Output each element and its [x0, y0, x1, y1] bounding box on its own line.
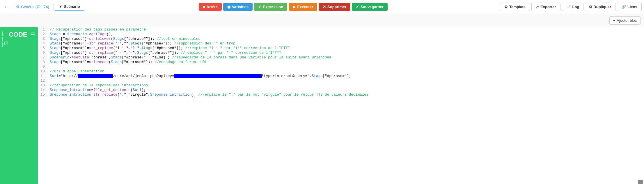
expression-icon: ✔ — [258, 5, 261, 9]
line-number: 9 — [38, 65, 47, 69]
line-number: 2 — [38, 32, 47, 37]
line-code: $tags["#phrase#"]=str_replace('"',"",$ta… — [47, 41, 644, 46]
line-number: 8 — [38, 60, 47, 65]
add-block-label: Ajouter bloc — [617, 18, 637, 23]
table-row: 8$tags["#phrase#"]=urlencode($tags["#phr… — [38, 60, 644, 65]
second-bar: + Ajouter bloc — [0, 14, 644, 27]
add-block-icon: + — [613, 18, 615, 23]
log-icon: 📄 — [566, 5, 571, 9]
table-row: 1// Récupération des tags passés en para… — [38, 27, 644, 32]
template-button[interactable]: ⚙ Template — [500, 3, 530, 11]
line-number: 3 — [38, 37, 47, 41]
liens-button[interactable]: 🔗 Liens — [617, 3, 642, 11]
code-lines: 1// Récupération des tags passés en para… — [38, 27, 644, 97]
line-number: 12 — [38, 78, 47, 83]
line-number: 11 — [38, 74, 47, 78]
log-button[interactable]: 📄 Log — [562, 3, 584, 11]
code-checkbox[interactable]: ☑ — [4, 41, 8, 46]
table-row: 5$tags["#phrase#"]=str_replace("l ' ","l… — [38, 46, 644, 51]
table-row: 9 — [38, 65, 644, 69]
line-code: $tags["#phrase#"]=urlencode($tags["#phra… — [47, 60, 644, 65]
variables-icon: ◉ — [227, 5, 230, 9]
table-row: 12 — [38, 78, 644, 83]
table-row: 4$tags["#phrase#"]=str_replace('"',"",$t… — [38, 41, 644, 46]
table-row: 7$scenario->setData("phrase",$tags["#phr… — [38, 55, 644, 60]
liens-icon: 🔗 — [621, 5, 626, 9]
table-row: 2$tags = $scenario->getTags(); — [38, 32, 644, 37]
sauvegarder-icon: ✔ — [356, 5, 359, 9]
template-icon: ⚙ — [504, 5, 508, 9]
sauvegarder-button[interactable]: ✔ Sauvegarder — [352, 3, 388, 11]
line-number: 5 — [38, 46, 47, 51]
general-tab-icon: ⚙ — [16, 5, 19, 9]
scroll-indicator[interactable]: − — [638, 180, 643, 184]
scenario-filter-icon: ▼ — [59, 4, 63, 9]
line-number: 7 — [38, 55, 47, 60]
general-tab-label: Général (ID : 74) — [21, 5, 49, 9]
table-row: 3$tags["#phrase#"]=strtolower($tags["#ph… — [38, 37, 644, 41]
exporter-button[interactable]: ↗ Exporter — [531, 3, 560, 11]
dupliquer-button[interactable]: ⧉ Dupliquer — [585, 3, 615, 11]
general-tab[interactable]: ⚙ Général (ID : 74) — [12, 3, 54, 11]
actions-bar: ■ Arrêté ◉ Variables ✔ Expression ▶ Exec… — [88, 3, 499, 11]
line-number: 6 — [38, 51, 47, 55]
dupliquer-icon: ⧉ — [589, 5, 592, 9]
line-code: $url="http://████████████████/core/api/j… — [47, 74, 644, 78]
line-code: //url d'appel interaction — [47, 69, 644, 74]
table-row: 10//url d'appel interaction — [38, 69, 644, 74]
line-code: $scenario->setData("phrase",$tags["#phra… — [47, 55, 644, 60]
nav-left: ← ⚙ Général (ID : 74) ▼ Scénario — [2, 3, 84, 11]
line-number: 4 — [38, 41, 47, 46]
code-menu-icon[interactable]: ☰ — [30, 31, 35, 38]
drag-handle[interactable] — [2, 31, 3, 47]
line-code: // Récupération des tags passés en param… — [47, 27, 644, 32]
line-code: $tags["#phrase#"]=str_replace(" - ","-",… — [47, 51, 644, 55]
executer-button[interactable]: ▶ Executer — [289, 3, 317, 11]
main-content: CODE ☑ ☰ 1// Récupération des tags passé… — [0, 27, 644, 184]
scenario-tab-label: Scénario — [64, 4, 80, 9]
executer-icon: ▶ — [293, 5, 296, 9]
table-row: 6$tags["#phrase#"]=str_replace(" - ","-"… — [38, 51, 644, 55]
line-code: //récupération de la réponse des intérac… — [47, 83, 644, 88]
table-row: 13//récupération de la réponse des intér… — [38, 83, 644, 88]
right-actions: ⚙ Template ↗ Exporter 📄 Log ⧉ Dupliquer … — [500, 3, 642, 11]
line-code: $tags["#phrase#"]=str_replace("l ' ","l'… — [47, 46, 644, 51]
back-button[interactable]: ← — [2, 3, 10, 11]
table-row: 14$reponse_intraction=file_get_contents(… — [38, 88, 644, 92]
line-number: 14 — [38, 88, 47, 92]
code-label: CODE — [9, 31, 27, 38]
line-number: 15 — [38, 92, 47, 97]
line-code — [47, 65, 644, 69]
line-code: $reponse_intraction=file_get_contents($u… — [47, 88, 644, 92]
code-editor[interactable]: 1// Récupération des tags passés en para… — [38, 27, 644, 184]
table-row: 15$reponse_intraction=str_replace(".","v… — [38, 92, 644, 97]
exporter-icon: ↗ — [536, 5, 539, 9]
line-code — [47, 78, 644, 83]
supprimer-icon: ✕ — [323, 5, 326, 9]
line-code: $tags = $scenario->getTags(); — [47, 32, 644, 37]
top-bar: ← ⚙ Général (ID : 74) ▼ Scénario ■ Arrêt… — [0, 0, 644, 14]
scenario-tab[interactable]: ▼ Scénario — [55, 3, 84, 11]
arrete-icon: ■ — [203, 5, 205, 9]
expression-button[interactable]: ✔ Expression — [254, 3, 287, 11]
variables-button[interactable]: ◉ Variables — [223, 3, 253, 11]
arrete-button[interactable]: ■ Arrêté — [199, 3, 222, 11]
line-number: 10 — [38, 69, 47, 74]
line-number: 13 — [38, 83, 47, 88]
table-row: 11$url="http://████████████████/core/api… — [38, 74, 644, 78]
line-code: $tags["#phrase#"]=strtolower($tags["#phr… — [47, 37, 644, 41]
code-block-sidebar: CODE ☑ ☰ — [0, 27, 38, 184]
supprimer-button[interactable]: ✕ Supprimer — [319, 3, 350, 11]
line-code: $reponse_intraction=str_replace(".","vir… — [47, 92, 644, 97]
add-block-button[interactable]: + Ajouter bloc — [609, 16, 641, 25]
line-number: 1 — [38, 27, 47, 32]
